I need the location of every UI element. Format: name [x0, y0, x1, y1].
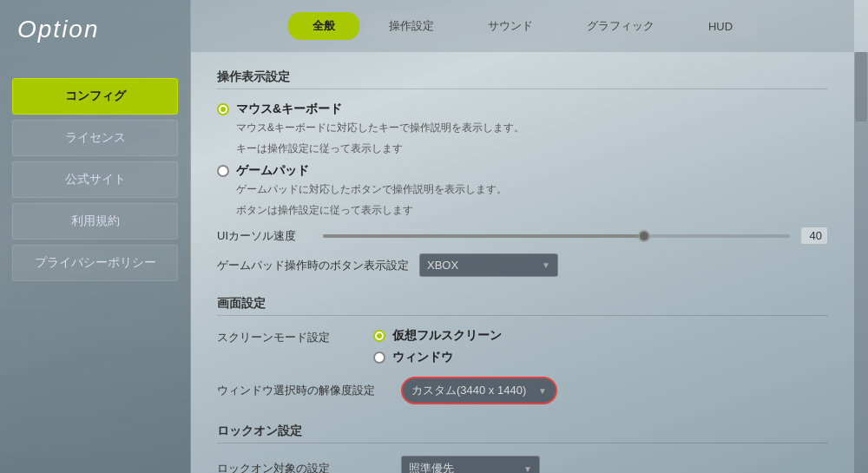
gamepad-button-display-value: XBOX — [427, 259, 536, 272]
sidebar: Option コンフィグ ライセンス 公式サイト 利用規約 プライバシーポリシー — [0, 0, 191, 473]
lockon-header: ロックオン設定 — [217, 424, 828, 443]
scrollbar[interactable] — [854, 52, 868, 473]
gamepad-radio[interactable] — [217, 165, 229, 177]
screen-mode-label: スクリーンモード設定 — [217, 328, 356, 345]
gamepad-desc1: ゲームパッドに対応したボタンで操作説明を表示します。 — [236, 181, 828, 197]
sidebar-nav: コンフィグ ライセンス 公式サイト 利用規約 プライバシーポリシー — [0, 78, 190, 281]
lockon-section: ロックオン設定 ロックオン対象の設定 照準優先 ▼ オートロックオン設定 有効 … — [217, 424, 828, 473]
ui-cursor-speed-value: 40 — [800, 227, 828, 245]
mouse-keyboard-option: マウス&キーボード マウス&キーボードに対応したキーで操作説明を表示します。 キ… — [217, 102, 828, 156]
tab-graphics[interactable]: グラフィック — [562, 12, 679, 40]
slider-fill — [323, 234, 650, 238]
mouse-keyboard-desc2: キーは操作設定に従って表示します — [236, 141, 828, 156]
slider-thumb — [638, 230, 650, 242]
screen-mode-options: 仮想フルスクリーン ウィンドウ — [373, 328, 502, 368]
gamepad-button-display-dropdown[interactable]: XBOX ▼ — [419, 253, 558, 277]
lockon-target-dropdown[interactable]: 照準優先 ▼ — [401, 456, 540, 473]
tab-sound[interactable]: サウンド — [464, 12, 557, 40]
tab-hud[interactable]: HUD — [684, 14, 757, 39]
ui-cursor-speed-row: UIカーソル速度 40 — [217, 227, 828, 245]
sidebar-item-terms[interactable]: 利用規約 — [12, 203, 178, 240]
mouse-keyboard-label: マウス&キーボード — [236, 102, 342, 117]
ui-cursor-speed-label: UIカーソル速度 — [217, 228, 312, 244]
window-resolution-label: ウィンドウ選択時の解像度設定 — [217, 383, 391, 398]
window-resolution-row: ウィンドウ選択時の解像度設定 カスタム(3440 x 1440) ▼ — [217, 377, 828, 404]
mouse-keyboard-radio[interactable] — [217, 103, 229, 115]
lockon-target-arrow: ▼ — [523, 464, 532, 474]
window-resolution-dropdown[interactable]: カスタム(3440 x 1440) ▼ — [401, 377, 557, 404]
sidebar-item-config[interactable]: コンフィグ — [12, 78, 178, 115]
main-content: 操作表示設定 マウス&キーボード マウス&キーボードに対応したキーで操作説明を表… — [191, 52, 854, 473]
window-resolution-value: カスタム(3440 x 1440) — [411, 383, 533, 398]
sidebar-item-license[interactable]: ライセンス — [12, 120, 178, 156]
window-mode-row: ウィンドウ — [373, 350, 502, 365]
tab-bar: 全般 操作設定 サウンド グラフィック HUD — [191, 0, 854, 52]
gamepad-desc2: ボタンは操作設定に従って表示します — [236, 202, 828, 218]
gamepad-button-display-arrow: ▼ — [542, 260, 550, 270]
virtual-fullscreen-label: 仮想フルスクリーン — [392, 328, 502, 344]
window-mode-label: ウィンドウ — [392, 350, 453, 365]
gamepad-button-display-label: ゲームパッド操作時のボタン表示設定 — [217, 258, 409, 273]
ui-cursor-speed-slider[interactable] — [323, 234, 790, 238]
gamepad-option: ゲームパッド ゲームパッドに対応したボタンで操作説明を表示します。 ボタンは操作… — [217, 163, 828, 218]
screen-section: 画面設定 スクリーンモード設定 仮想フルスクリーン ウィンドウ ウィンドウ選択時… — [217, 296, 828, 404]
sidebar-item-official[interactable]: 公式サイト — [12, 161, 178, 198]
sidebar-item-privacy[interactable]: プライバシーポリシー — [12, 245, 178, 281]
window-resolution-arrow: ▼ — [538, 386, 547, 396]
mouse-keyboard-desc1: マウス&キーボードに対応したキーで操作説明を表示します。 — [236, 120, 828, 135]
scrollbar-thumb[interactable] — [855, 52, 867, 122]
virtual-fullscreen-radio[interactable] — [373, 330, 385, 342]
window-mode-radio[interactable] — [373, 351, 385, 364]
tab-controls[interactable]: 操作設定 — [365, 12, 458, 40]
gamepad-label: ゲームパッド — [236, 163, 309, 179]
tab-general[interactable]: 全般 — [288, 12, 359, 40]
virtual-fullscreen-row: 仮想フルスクリーン — [373, 328, 502, 344]
operation-display-header: 操作表示設定 — [217, 69, 828, 89]
lockon-target-label: ロックオン対象の設定 — [217, 461, 391, 473]
screen-mode-row: スクリーンモード設定 仮想フルスクリーン ウィンドウ — [217, 328, 828, 368]
gamepad-button-display-row: ゲームパッド操作時のボタン表示設定 XBOX ▼ — [217, 253, 828, 277]
lockon-target-value: 照準優先 — [409, 461, 518, 473]
app-title: Option — [0, 0, 190, 52]
lockon-target-row: ロックオン対象の設定 照準優先 ▼ — [217, 456, 828, 473]
operation-display-section: 操作表示設定 マウス&キーボード マウス&キーボードに対応したキーで操作説明を表… — [217, 69, 828, 277]
screen-header: 画面設定 — [217, 296, 828, 316]
